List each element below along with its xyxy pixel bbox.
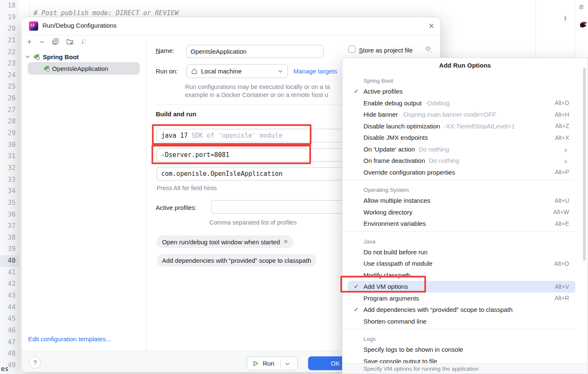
build-and-run-heading: Build and run [156,110,196,118]
menu-item-disable-jmx-endpoints[interactable]: Disable JMX endpointsAlt+X [342,132,588,144]
menu-item-detail: -XX:TieredStopAtLevel=1 [444,123,515,130]
chip-open-run-debug-tool-window[interactable]: Open run/debug tool window when started … [157,235,293,248]
run-button-label: Run [263,360,274,367]
menu-section-operating-system: Operating System [342,182,588,195]
menu-item-environment-variables[interactable]: Environment variablesAlt+E [342,218,588,230]
checkmark-icon: ✓ [354,304,359,316]
menu-item-use-classpath-of-module[interactable]: Use classpath of moduleAlt+O [342,258,588,269]
close-icon[interactable]: × [425,20,438,32]
menu-item-override-configuration-properties[interactable]: Override configuration propertiesAlt+P [342,167,588,178]
menu-item-on-update-action[interactable]: On 'Update' actionDo nothing [342,144,588,155]
line-number-23: 23 [0,58,16,70]
editor-gutter: 1819202122232425262728293031323334353637… [0,0,19,374]
line-number-44: 44 [0,302,16,314]
menu-item-allow-multiple-instances[interactable]: Allow multiple instancesAlt+U [342,195,588,207]
line-number-18: 18 [0,0,16,12]
line-number-25: 25 [0,81,16,93]
line-number-28: 28 [0,116,16,128]
spring-boot-icon [43,65,50,72]
menu-item-label: Use classpath of module [363,260,432,267]
menu-item-label: Program arguments [363,295,419,302]
screen: 1819202122232425262728293031323334353637… [0,0,588,374]
menu-item-shortcut: Alt+R [554,295,569,301]
popup-hint: Specify VM options for running the appli… [342,363,588,374]
menu-item-label: Override configuration properties [363,169,455,176]
line-number-19: 19 [0,12,16,24]
manage-targets-link[interactable]: Manage targets [293,68,337,75]
menu-item-label: On 'Update' action [363,146,415,153]
menu-item-add-dependencies-with-provided-scope-to-classpath[interactable]: ✓Add dependencies with “provided” scope … [342,304,588,316]
line-number-41: 41 [0,267,16,279]
menu-item-detail: -Dspring.main.banner-mode=OFF [402,111,497,118]
new-folder-icon[interactable] [65,37,74,47]
menu-item-shortcut: Alt+O [554,260,569,267]
menu-item-shortcut: Alt+X [555,134,569,141]
menu-item-shortcut: Alt+H [554,111,569,118]
chip-close-icon[interactable]: × [284,238,288,246]
line-number-22: 22 [0,47,16,58]
menu-item-disable-launch-optimization[interactable]: Disable launch optimization-XX:TieredSto… [342,120,588,132]
line-number-38: 38 [0,232,16,244]
tree-child-label: OpenIsleApplication [52,65,108,72]
edit-configuration-templates-link[interactable]: Edit configuration templates... [28,335,111,343]
menu-item-shortcut: Alt+U [554,197,569,204]
active-profiles-label: Active profiles: [156,204,197,211]
svg-text:a: a [84,39,86,41]
menu-item-active-profiles[interactable]: ✓Active profiles [342,86,588,97]
line-number-33: 33 [0,174,16,186]
panel-divider [146,35,146,350]
tree-item-spring-boot[interactable]: Spring Boot [25,51,79,63]
menu-item-specify-logs-to-be-shown-in-console[interactable]: Specify logs to be shown in console [342,344,588,356]
add-icon[interactable]: + [25,37,34,47]
add-run-options-popup: Add Run Options Spring Boot✓Active profi… [342,58,588,374]
remove-icon[interactable]: − [37,37,47,47]
line-number-48: 48 [0,348,16,360]
chip-label: Add dependencies with “provided” scope t… [162,257,311,264]
line-number-47: 47 [0,337,16,348]
name-label: Name: [156,47,174,54]
menu-item-shorten-command-line[interactable]: Shorten command line [342,316,588,327]
menu-section-spring-boot: Spring Boot [342,73,588,86]
store-as-project-file-checkbox[interactable] [348,46,355,53]
annotation-box-vm-options-field [152,145,311,164]
menu-item-on-frame-deactivation[interactable]: On frame deactivationDo nothing [342,155,588,167]
menu-item-label: Disable launch optimization [363,123,440,130]
popup-title: Add Run Options [342,58,588,73]
annotation-box-jre-field [152,124,311,145]
chevron-down-icon [285,361,290,367]
copy-icon[interactable] [51,37,60,47]
menu-item-detail: Do nothing [429,157,460,164]
menu-item-label: Do not build before run [363,248,428,256]
menu-item-label: Specify logs to be shown in console [363,346,463,353]
tree-item-openisleapplication[interactable]: OpenIsleApplication [28,62,140,75]
popup-scrollbar[interactable] [583,68,586,261]
menu-section-logs: Logs [342,331,588,344]
run-button[interactable]: Run [247,356,298,370]
run-on-description-line1: Run configurations may be executed local… [185,84,330,90]
gear-icon[interactable] [424,45,433,55]
menu-item-working-directory[interactable]: Working directoryAlt+W [342,207,588,218]
menu-section-java: Java [342,234,588,246]
tree-root-label: Spring Boot [43,53,79,60]
menu-item-label: Hide banner [363,111,398,118]
menu-item-enable-debug-output[interactable]: Enable debug output-DdebugAlt+D [342,97,588,109]
menu-item-do-not-build-before-run[interactable]: Do not build before run [342,246,588,258]
help-button[interactable]: ? [29,356,41,369]
sort-alphabetically-icon[interactable]: a z [79,37,89,47]
chip-add-dependencies-provided-scope[interactable]: Add dependencies with “provided” scope t… [157,254,316,267]
menu-item-hide-banner[interactable]: Hide banner-Dspring.main.banner-mode=OFF… [342,109,588,120]
line-number-20: 20 [0,23,16,35]
checkmark-icon: ✓ [354,86,359,97]
line-number-46: 46 [0,325,16,337]
name-input[interactable] [186,45,324,58]
chevron-down-icon [277,68,283,74]
spring-boot-icon [33,53,40,60]
menu-item-program-arguments[interactable]: Program argumentsAlt+R [342,293,588,304]
menu-item-shortcut: Alt+D [554,99,569,106]
menu-item-shortcut: Alt+V [555,283,569,290]
configurations-toolbar: + − a z [21,35,146,49]
run-on-value: Local machine [201,68,242,75]
menu-item-label: Environment variables [363,220,426,227]
run-on-select[interactable]: Local machine [186,64,288,78]
menu-item-label: On frame deactivation [363,157,425,164]
